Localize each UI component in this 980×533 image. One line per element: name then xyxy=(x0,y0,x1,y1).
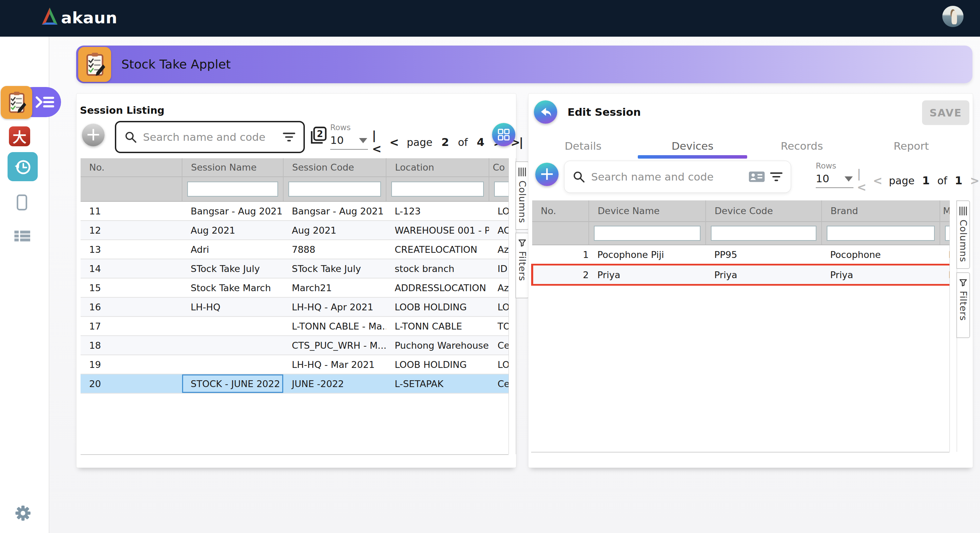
filters-side-tab[interactable]: Filters xyxy=(515,233,529,298)
filters-side-tab[interactable]: Filters xyxy=(956,272,970,338)
add-device-button[interactable]: + xyxy=(535,163,558,186)
expand-menu-icon xyxy=(35,95,55,109)
filter-input-session-name[interactable] xyxy=(187,182,278,197)
column-header-no[interactable]: No. xyxy=(532,200,589,222)
list-icon xyxy=(14,230,30,241)
table-scrollbar[interactable] xyxy=(509,158,516,454)
cell-brand: Priya xyxy=(822,265,940,285)
session-search-box xyxy=(115,121,305,153)
table-row[interactable]: 14STock Take JulySTock Take Julystock br… xyxy=(81,259,509,278)
cell-code: Priya xyxy=(706,265,822,285)
table-row[interactable]: 15Stock Take MarchMarch21ADDRESSLOCATION… xyxy=(81,278,509,297)
cell-code: Bangsar - Aug 2021 xyxy=(283,201,386,220)
back-button[interactable] xyxy=(534,100,557,124)
cell-name: Priya xyxy=(589,265,706,285)
tab-devices[interactable]: Devices xyxy=(638,133,747,159)
cell-co: LO xyxy=(489,201,509,220)
column-header-device-name[interactable]: Device Name xyxy=(589,200,706,222)
previous-page-button[interactable]: < xyxy=(873,174,881,187)
filter-list-icon[interactable] xyxy=(770,171,783,182)
chevron-down-icon xyxy=(845,176,853,182)
cell-co: LO xyxy=(489,297,509,317)
table-row[interactable]: 17L-TONN CABLE - Ma...L-TONN CABLETO xyxy=(81,317,509,336)
first-page-button[interactable]: |< xyxy=(372,129,380,155)
cell-no: 11 xyxy=(81,201,182,220)
cell-name: STOCK - JUNE 2022 xyxy=(182,374,283,393)
panel-title: Session Listing xyxy=(80,105,165,116)
device-table: No. Device Name Device Code Brand M 1 xyxy=(531,200,950,452)
table-row[interactable]: 16LH-HQLH-HQ - Apr 2021LOOB HOLDINGLO xyxy=(81,297,509,317)
tab-report[interactable]: Report xyxy=(857,133,966,159)
table-scrollbar[interactable] xyxy=(950,200,957,452)
column-header-company[interactable]: Co xyxy=(489,158,509,177)
cell-no: 18 xyxy=(81,336,182,355)
filter-input-device-name[interactable] xyxy=(594,226,700,241)
cell-code: PP95 xyxy=(706,245,822,265)
edit-session-tabs: Details Devices Records Report xyxy=(528,133,966,159)
column-header-device-code[interactable]: Device Code xyxy=(706,200,822,222)
cell-co: LO xyxy=(489,355,509,374)
column-header-session-code[interactable]: Session Code xyxy=(283,158,386,177)
contact-card-icon[interactable] xyxy=(749,171,765,183)
cell-location: L-123 xyxy=(386,201,489,220)
table-row[interactable]: 13Adri7888CREATELOCATIONAz xyxy=(81,240,509,259)
filter-input-brand[interactable] xyxy=(827,226,935,241)
table-row[interactable]: 12Aug 2021Aug 2021WAREHOUSE 001 - PJAC xyxy=(81,220,509,240)
sidebar-item-listing[interactable] xyxy=(14,230,30,243)
column-header-location[interactable]: Location xyxy=(386,158,489,177)
filter-input-model[interactable] xyxy=(945,226,950,241)
session-table: No. Session Name Session Code Location C… xyxy=(81,158,509,455)
rows-per-page-select[interactable]: Rows 10 xyxy=(816,161,853,188)
save-button[interactable]: SAVE xyxy=(922,100,969,125)
columns-side-tab[interactable]: Columns xyxy=(515,161,529,230)
grid-view-button[interactable] xyxy=(492,123,515,146)
current-page: 2 xyxy=(441,136,449,149)
table-row[interactable]: 20STOCK - JUNE 2022JUNE -2022L-SETAPAKCe xyxy=(81,374,509,393)
cell-code: Aug 2021 xyxy=(283,220,386,240)
device-search-input[interactable] xyxy=(590,170,743,183)
duplicate-pages-button[interactable]: 2 xyxy=(309,126,328,146)
session-search-input[interactable] xyxy=(142,130,277,144)
cell-co: AC xyxy=(489,220,509,240)
sidebar-item-history-applet[interactable] xyxy=(8,152,38,181)
add-session-button[interactable]: + xyxy=(82,124,105,146)
filter-input-session-code[interactable] xyxy=(288,182,381,197)
column-header-brand[interactable]: Brand xyxy=(822,200,940,222)
cell-no: 13 xyxy=(81,240,182,259)
next-page-button[interactable]: > xyxy=(970,174,978,187)
table-row[interactable]: 2PriyaPriyaPriyaPr xyxy=(532,265,950,285)
user-avatar[interactable] xyxy=(942,6,964,27)
previous-page-button[interactable]: < xyxy=(390,136,398,149)
cell-no: 2 xyxy=(532,265,589,285)
rows-per-page-select[interactable]: Rows 10 xyxy=(330,123,368,150)
table-row[interactable]: 1Pocophone PijiPP95PocophoneF1 xyxy=(532,245,950,265)
tab-details[interactable]: Details xyxy=(528,133,638,159)
applet-banner: Stock Take Applet xyxy=(76,46,972,83)
applet-banner-icon xyxy=(78,47,111,82)
clipboard-icon xyxy=(5,91,28,114)
stock-take-app: akaun 大 xyxy=(0,0,980,533)
column-header-model[interactable]: M xyxy=(940,200,950,222)
first-page-button[interactable]: |< xyxy=(857,167,865,194)
table-row[interactable]: 11Bangsar - Aug 2021Bangsar - Aug 2021L-… xyxy=(81,201,509,220)
pages-2-icon: 2 xyxy=(309,126,328,146)
table-row[interactable]: 18CTS_PUC_WRH - M...Puchong WarehouseCe xyxy=(81,336,509,355)
columns-side-tab[interactable]: Columns xyxy=(956,200,970,269)
filter-funnel-icon xyxy=(518,239,527,247)
filter-input-device-code[interactable] xyxy=(711,226,816,241)
sidebar-item-stock-take-applet[interactable] xyxy=(1,86,32,119)
settings-button[interactable] xyxy=(15,505,31,522)
chevron-down-icon xyxy=(359,138,367,143)
sidebar-item-dahsing-applet[interactable]: 大 xyxy=(9,126,30,146)
cell-location: LOOB HOLDING xyxy=(386,297,489,317)
filter-input-location[interactable] xyxy=(391,182,484,197)
tab-records[interactable]: Records xyxy=(747,133,857,159)
column-header-session-name[interactable]: Session Name xyxy=(182,158,283,177)
table-row[interactable]: 19LH-HQ - Mar 2021LOOB HOLDINGLO xyxy=(81,355,509,374)
filter-input-company[interactable] xyxy=(494,182,509,197)
column-header-no[interactable]: No. xyxy=(81,158,182,177)
current-page: 1 xyxy=(922,174,930,187)
sidebar-item-mobile[interactable] xyxy=(16,194,27,212)
cell-brand: Pocophone xyxy=(822,245,940,265)
filter-list-icon[interactable] xyxy=(283,132,295,142)
